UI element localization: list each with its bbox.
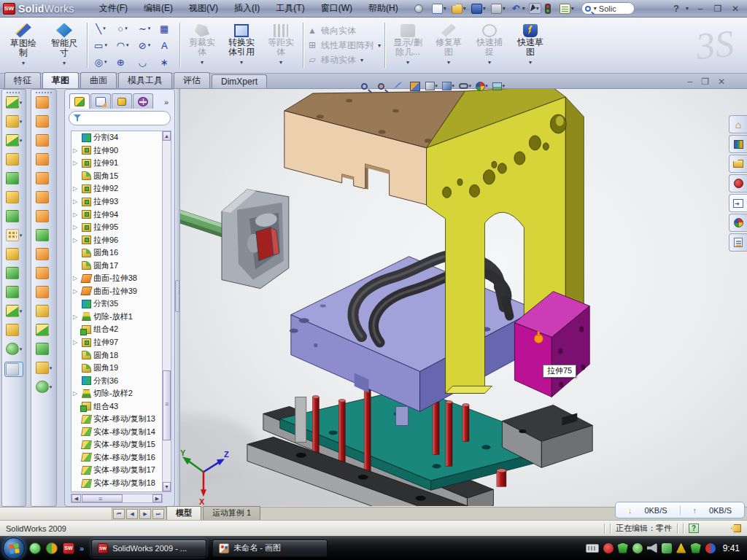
tree-item[interactable]: ▷ 拉伸95 bbox=[71, 221, 163, 234]
toolbar-button[interactable]: 显示/删 除几... ▾ bbox=[387, 20, 428, 71]
quickbar-button[interactable]: ▾ bbox=[450, 3, 468, 15]
minimize-button[interactable]: – bbox=[694, 4, 706, 14]
tab-nav-button[interactable]: ⏮ bbox=[113, 509, 125, 519]
solidworks-launcher-icon[interactable]: SW bbox=[63, 542, 74, 554]
scrollbar-thumb[interactable] bbox=[163, 370, 171, 440]
solidworks-resources-icon[interactable]: ⌂ bbox=[729, 115, 747, 133]
expand-arrow-icon[interactable]: ▷ bbox=[73, 275, 80, 281]
quickbar-button[interactable]: ▾ bbox=[413, 4, 428, 14]
toolbar-button[interactable]: ⊞ 线性草图阵列 ▾ bbox=[307, 39, 381, 52]
expand-arrow-icon[interactable]: ▷ bbox=[73, 147, 80, 154]
custom-properties-icon[interactable] bbox=[729, 233, 747, 252]
scheduler-icon[interactable] bbox=[632, 543, 643, 553]
feature-tool-button[interactable]: ▾ bbox=[6, 172, 23, 184]
quickbar-button[interactable]: ▾ bbox=[558, 3, 576, 15]
section-view-icon[interactable] bbox=[409, 80, 421, 92]
sketch-entity-button[interactable]: ◡ ▾ bbox=[133, 54, 155, 71]
doc-close-button[interactable]: ✕ bbox=[718, 77, 725, 87]
volume-icon[interactable] bbox=[647, 543, 657, 553]
tree-item[interactable]: ▷ 实体-移动/复制17 bbox=[71, 464, 163, 477]
health-shield-icon[interactable] bbox=[691, 543, 701, 553]
tree-item[interactable]: ▷ 分割36 bbox=[71, 374, 163, 387]
propertymanager-tab[interactable] bbox=[90, 93, 111, 109]
surface-tool-button[interactable]: ▾ bbox=[36, 362, 53, 374]
surface-tool-button[interactable]: ▾ bbox=[36, 229, 53, 241]
feature-tool-button[interactable]: ▾ bbox=[6, 210, 23, 222]
featuremanager-tab[interactable] bbox=[69, 93, 90, 109]
solidworks-search-icon[interactable] bbox=[729, 174, 747, 192]
ribbon-tab[interactable]: DimXpert bbox=[212, 74, 267, 88]
tree-item[interactable]: ▷ 分割34 bbox=[71, 131, 163, 144]
tree-horizontal-scrollbar[interactable]: ◀ ▶ bbox=[71, 494, 163, 503]
tab-nav-button[interactable]: ◀ bbox=[126, 509, 138, 519]
restore-button[interactable]: ❐ bbox=[712, 4, 724, 14]
scroll-left-button[interactable]: ◀ bbox=[71, 494, 81, 502]
tree-item[interactable]: ▷ 实体-移动/复制15 bbox=[71, 438, 163, 451]
design-library-icon[interactable] bbox=[729, 135, 747, 153]
network-warning-icon[interactable] bbox=[676, 543, 686, 553]
magnified-selection-icon[interactable] bbox=[392, 80, 404, 92]
quickbar-button[interactable]: ▾ bbox=[430, 3, 448, 15]
tree-filter-input[interactable] bbox=[69, 111, 171, 125]
ribbon-tab[interactable]: 模具工具 bbox=[118, 72, 172, 88]
tree-item[interactable]: ▷ 圆角16 bbox=[71, 246, 163, 260]
feature-tool-button[interactable]: ▾ bbox=[6, 248, 23, 260]
edit-appearance-icon[interactable]: ▾ bbox=[476, 80, 488, 92]
feature-tool-button[interactable]: ▾ bbox=[6, 191, 23, 203]
surface-tool-button[interactable]: ▾ bbox=[36, 286, 53, 298]
scroll-right-button[interactable]: ▶ bbox=[152, 494, 162, 502]
tree-item[interactable]: ▷ 组合43 bbox=[71, 400, 163, 413]
tree-item[interactable]: ▷ 曲面-拉伸38 bbox=[71, 272, 163, 285]
feature-tool-button[interactable]: ▾ bbox=[6, 115, 23, 128]
ribbon-tab[interactable]: 评估 bbox=[174, 72, 210, 88]
expand-arrow-icon[interactable]: ▷ bbox=[73, 224, 80, 230]
surface-tool-button[interactable]: ▾ bbox=[36, 172, 53, 184]
sketch-entity-button[interactable]: ◠ ▾ bbox=[112, 37, 133, 54]
expand-arrow-icon[interactable]: ▷ bbox=[73, 288, 80, 295]
configurationmanager-tab[interactable] bbox=[112, 93, 132, 109]
doc-restore-button[interactable]: ❐ bbox=[701, 77, 709, 87]
surface-tool-button[interactable]: ▾ bbox=[36, 96, 53, 109]
toolbar-button[interactable]: 等距实 体 ▾ bbox=[261, 20, 301, 71]
feature-tool-button[interactable]: ▾ bbox=[6, 324, 23, 336]
toolbar-button[interactable]: 快速草 图 ▾ bbox=[510, 20, 551, 71]
scroll-up-button[interactable]: ▲ bbox=[163, 131, 171, 141]
taskbar-window-button[interactable]: 未命名 - 画图 bbox=[212, 540, 328, 557]
toolbar-button[interactable]: ▲ 镜向实体 ▾ bbox=[307, 25, 381, 37]
expand-arrow-icon[interactable]: ▷ bbox=[73, 237, 80, 244]
surface-tool-button[interactable]: ▾ bbox=[36, 305, 53, 317]
tree-item[interactable]: ▷ 曲面-拉伸39 bbox=[71, 285, 163, 298]
surface-tool-button[interactable]: ▾ bbox=[36, 210, 53, 222]
menu-item[interactable]: 窗口(W) bbox=[314, 0, 360, 17]
sketch-entity-button[interactable]: ⊕ ▾ bbox=[112, 54, 133, 71]
hide-show-items-icon[interactable]: ▾ bbox=[459, 80, 471, 92]
doc-minimize-button[interactable]: – bbox=[687, 77, 692, 87]
toolbar-button[interactable]: 智能尺 寸 ▾ bbox=[44, 20, 85, 71]
feature-tool-button[interactable]: ▾ bbox=[6, 267, 23, 279]
tree-vertical-scrollbar[interactable]: ▲ ▼ bbox=[162, 131, 171, 492]
surface-tool-button[interactable]: ▾ bbox=[36, 248, 53, 260]
search-box[interactable]: ▾ Solic bbox=[581, 2, 635, 15]
quickbar-button[interactable]: ▾ bbox=[543, 3, 556, 15]
sketch-entity-button[interactable]: ╲ ▾ bbox=[90, 20, 112, 37]
quickbar-button[interactable]: ↶ ▾ bbox=[509, 3, 527, 15]
chevron-down-icon[interactable]: ▾ bbox=[594, 5, 597, 12]
ribbon-tab[interactable]: 特征 bbox=[4, 72, 41, 88]
sketch-entity-button[interactable]: ▭ ▾ bbox=[90, 37, 112, 54]
menu-item[interactable]: 视图(V) bbox=[182, 0, 225, 17]
tree-item[interactable]: ▷ 拉伸94 bbox=[71, 208, 163, 221]
messenger-icon[interactable] bbox=[29, 542, 41, 554]
sketch-entity-button[interactable]: ▦ ▾ bbox=[155, 20, 177, 37]
surface-tool-button[interactable]: ▾ bbox=[36, 324, 53, 336]
surface-tool-button[interactable]: ▾ bbox=[36, 381, 53, 393]
phone-tool-icon[interactable] bbox=[662, 543, 672, 553]
surface-tool-button[interactable]: ▾ bbox=[36, 153, 53, 166]
tree-item[interactable]: ▷ 圆角15 bbox=[71, 170, 163, 183]
tree-item[interactable]: ▷ 实体-移动/复制13 bbox=[71, 413, 163, 426]
expand-arrow-icon[interactable]: ▷ bbox=[73, 160, 80, 166]
model-tab[interactable]: 运动算例 1 bbox=[203, 506, 260, 520]
ribbon-tab[interactable]: 曲面 bbox=[80, 72, 117, 88]
ribbon-tab[interactable]: 草图 bbox=[42, 72, 79, 88]
keyboard-layout-icon[interactable] bbox=[586, 544, 599, 553]
tree-item[interactable]: ▷ 拉伸92 bbox=[71, 182, 163, 195]
